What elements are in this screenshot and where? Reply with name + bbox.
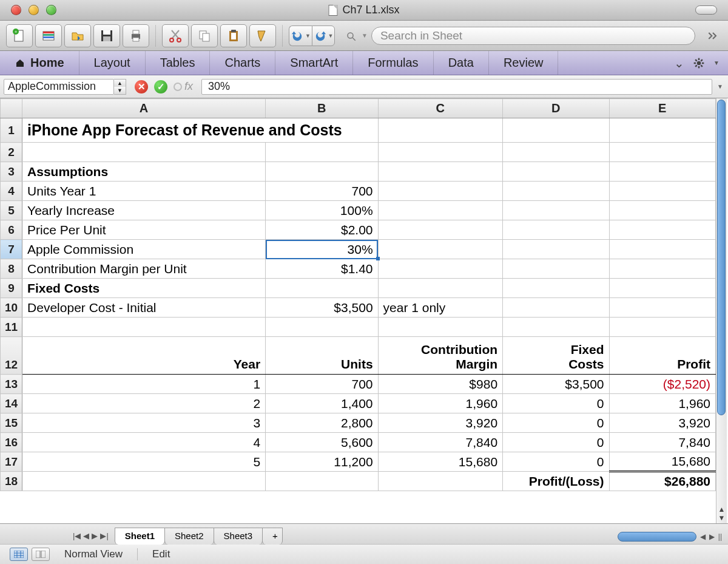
cell-D11[interactable]: [503, 318, 609, 337]
ribbon-collapse-button[interactable]: ⌄: [674, 56, 684, 70]
row-header[interactable]: 7: [1, 240, 22, 259]
cell-E8[interactable]: [609, 259, 715, 279]
save-button[interactable]: [93, 24, 120, 47]
cell-C4[interactable]: [378, 182, 503, 201]
cell-A5[interactable]: Yearly Increase: [22, 201, 266, 220]
vertical-scrollbar[interactable]: ▲▼: [716, 98, 727, 523]
cell-D2[interactable]: [503, 143, 609, 162]
sheet-nav-buttons[interactable]: |◀◀▶▶|: [73, 531, 109, 544]
cell-C14[interactable]: 1,960: [378, 394, 503, 413]
cell-D6[interactable]: [503, 220, 609, 240]
ribbon-tab-tables[interactable]: Tables: [146, 51, 211, 75]
cell-B2[interactable]: [266, 143, 378, 162]
cancel-formula-button[interactable]: ✕: [135, 80, 148, 93]
cell-A10[interactable]: Developer Cost - Initial: [22, 298, 266, 318]
cell-E5[interactable]: [609, 201, 715, 220]
name-box-stepper[interactable]: ▲▼: [114, 79, 126, 95]
row-header[interactable]: 2: [1, 143, 22, 162]
worksheet-grid[interactable]: A B C D E 1 iPhone App Forecast of Reven…: [0, 98, 728, 523]
col-header-A[interactable]: A: [22, 99, 266, 118]
row-header[interactable]: 4: [1, 182, 22, 201]
col-header-D[interactable]: D: [503, 99, 609, 118]
cell-D3[interactable]: [503, 162, 609, 182]
cell-B7[interactable]: 30%: [266, 240, 378, 259]
paste-button[interactable]: [220, 24, 247, 47]
cell-D18[interactable]: Profit/(Loss): [503, 472, 609, 491]
horizontal-scroll-thumb[interactable]: [618, 532, 696, 542]
cut-button[interactable]: [162, 24, 189, 47]
format-painter-button[interactable]: [249, 24, 276, 47]
cell-C7[interactable]: [378, 240, 503, 259]
cell-B18[interactable]: [266, 472, 378, 491]
cell-E14[interactable]: 1,960: [609, 394, 715, 413]
cell-C12[interactable]: ContributionMargin: [378, 337, 503, 375]
cell-E16[interactable]: 7,840: [609, 433, 715, 452]
cell-A6[interactable]: Price Per Unit: [22, 220, 266, 240]
cell-B5[interactable]: 100%: [266, 201, 378, 220]
cell-C8[interactable]: [378, 259, 503, 279]
insert-function-button[interactable]: fx: [174, 80, 193, 93]
row-header[interactable]: 5: [1, 201, 22, 220]
cell-A15[interactable]: 3: [22, 413, 266, 433]
cell-C10[interactable]: year 1 only: [378, 298, 503, 318]
gear-icon[interactable]: [693, 57, 705, 69]
cell-B10[interactable]: $3,500: [266, 298, 378, 318]
cell-E9[interactable]: [609, 279, 715, 298]
cell-E17[interactable]: 15,680: [609, 452, 715, 472]
cell-E1[interactable]: [609, 118, 715, 143]
cell-E3[interactable]: [609, 162, 715, 182]
open-button[interactable]: [64, 24, 91, 47]
row-header[interactable]: 1: [1, 118, 22, 143]
row-header[interactable]: 10: [1, 298, 22, 318]
cell-E10[interactable]: [609, 298, 715, 318]
cell-B6[interactable]: $2.00: [266, 220, 378, 240]
cell-D16[interactable]: 0: [503, 433, 609, 452]
cell-A9[interactable]: Fixed Costs: [22, 279, 266, 298]
cell-B8[interactable]: $1.40: [266, 259, 378, 279]
ribbon-tab-layout[interactable]: Layout: [79, 51, 146, 75]
sheet-tab-2[interactable]: Sheet2: [164, 528, 214, 545]
redo-button[interactable]: ▼: [312, 25, 335, 46]
col-header-C[interactable]: C: [378, 99, 503, 118]
cell-A12[interactable]: Year: [22, 337, 266, 375]
cell-C6[interactable]: [378, 220, 503, 240]
cell-C9[interactable]: [378, 279, 503, 298]
cell-A16[interactable]: 4: [22, 433, 266, 452]
cell-B4[interactable]: 700: [266, 182, 378, 201]
row-header[interactable]: 11: [1, 318, 22, 337]
row-header[interactable]: 3: [1, 162, 22, 182]
row-header[interactable]: 12: [1, 337, 22, 375]
minimize-window-button[interactable]: [29, 5, 39, 15]
select-all-corner[interactable]: [1, 99, 22, 118]
cell-C11[interactable]: [378, 318, 503, 337]
undo-button[interactable]: ▼: [289, 25, 312, 46]
normal-view-button[interactable]: [10, 548, 28, 561]
cell-B13[interactable]: 700: [266, 375, 378, 394]
row-header[interactable]: 13: [1, 375, 22, 394]
cell-D12[interactable]: FixedCosts: [503, 337, 609, 375]
cell-C3[interactable]: [378, 162, 503, 182]
row-header[interactable]: 9: [1, 279, 22, 298]
cell-D1[interactable]: [503, 118, 609, 143]
cell-C13[interactable]: $980: [378, 375, 503, 394]
row-header[interactable]: 17: [1, 452, 22, 472]
name-box[interactable]: AppleCommission: [4, 79, 114, 95]
row-header[interactable]: 15: [1, 413, 22, 433]
cell-B11[interactable]: [266, 318, 378, 337]
cell-D5[interactable]: [503, 201, 609, 220]
cell-D7[interactable]: [503, 240, 609, 259]
cell-C1[interactable]: [378, 118, 503, 143]
row-header[interactable]: 16: [1, 433, 22, 452]
cell-C17[interactable]: 15,680: [378, 452, 503, 472]
cell-E18[interactable]: $26,880: [609, 472, 715, 491]
row-header[interactable]: 6: [1, 220, 22, 240]
cell-B15[interactable]: 2,800: [266, 413, 378, 433]
cell-E4[interactable]: [609, 182, 715, 201]
new-workbook-button[interactable]: +: [6, 24, 33, 47]
vertical-scroll-thumb[interactable]: [717, 100, 726, 415]
cell-C18[interactable]: [378, 472, 503, 491]
horizontal-scrollbar[interactable]: ◀▶||: [282, 532, 728, 544]
cell-A3[interactable]: Assumptions: [22, 162, 266, 182]
cell-D14[interactable]: 0: [503, 394, 609, 413]
cell-C2[interactable]: [378, 143, 503, 162]
